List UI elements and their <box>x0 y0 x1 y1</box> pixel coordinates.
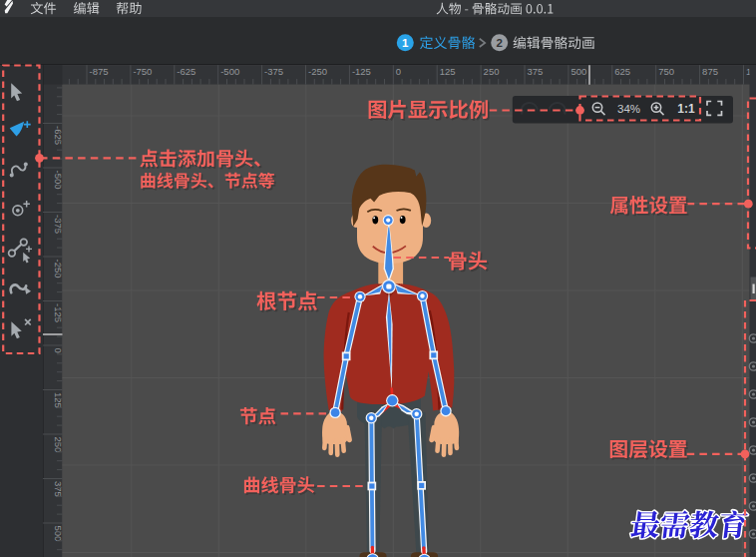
svg-text:500: 500 <box>53 526 64 542</box>
svg-text:1:1: 1:1 <box>677 102 695 116</box>
svg-text:-500: -500 <box>53 171 64 190</box>
svg-text:-375: -375 <box>53 215 64 234</box>
svg-text:-250: -250 <box>53 260 64 278</box>
svg-text:34%: 34% <box>617 103 640 115</box>
svg-text:125: 125 <box>440 66 456 77</box>
svg-text:125: 125 <box>53 392 64 408</box>
svg-text:250: 250 <box>53 437 64 453</box>
svg-text:375: 375 <box>528 66 544 77</box>
svg-text:375: 375 <box>53 481 64 497</box>
svg-text:0: 0 <box>396 66 401 77</box>
svg-text:-375: -375 <box>264 66 283 77</box>
svg-text:0: 0 <box>53 348 64 353</box>
svg-text:-875: -875 <box>90 66 109 77</box>
svg-text:-625: -625 <box>53 126 64 145</box>
svg-text:-250: -250 <box>308 66 327 77</box>
svg-text:1: 1 <box>402 37 409 49</box>
svg-text:-125: -125 <box>53 303 64 322</box>
svg-text:750: 750 <box>658 66 674 77</box>
svg-text:875: 875 <box>702 66 718 77</box>
svg-text:-125: -125 <box>352 66 371 77</box>
svg-text:-750: -750 <box>133 66 152 77</box>
svg-text:2: 2 <box>496 37 502 49</box>
svg-text:500: 500 <box>570 66 586 77</box>
svg-text:-625: -625 <box>177 66 195 77</box>
svg-text:625: 625 <box>614 66 630 77</box>
svg-text:250: 250 <box>484 66 500 77</box>
svg-text:-500: -500 <box>220 66 239 77</box>
